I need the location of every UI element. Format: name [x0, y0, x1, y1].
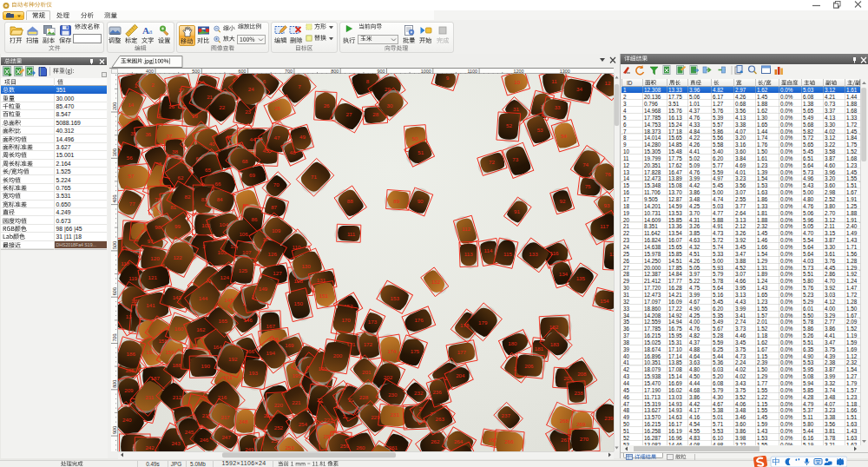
svg-text:186: 186	[127, 351, 136, 357]
svg-text:93: 93	[603, 202, 609, 208]
svg-text:33: 33	[555, 104, 561, 110]
svg-text:89: 89	[393, 198, 399, 204]
svg-text:106: 106	[239, 231, 248, 237]
svg-text:230: 230	[388, 391, 398, 398]
svg-text:44: 44	[249, 136, 255, 142]
svg-text:179: 179	[478, 319, 488, 326]
svg-text:126: 126	[268, 251, 278, 257]
svg-text:167: 167	[266, 323, 276, 329]
svg-text:62: 62	[178, 174, 184, 181]
svg-text:112: 112	[462, 226, 470, 232]
svg-text:57: 57	[128, 173, 134, 179]
svg-text:135: 135	[576, 275, 586, 281]
svg-text:25: 25	[274, 105, 280, 111]
svg-text:174: 174	[387, 348, 397, 354]
svg-text:86: 86	[251, 216, 257, 222]
svg-text:180: 180	[508, 340, 517, 346]
svg-text:119: 119	[128, 275, 137, 281]
svg-text:204: 204	[456, 372, 465, 378]
svg-text:206: 206	[524, 363, 534, 369]
svg-text:261: 261	[389, 444, 398, 451]
svg-text:111: 111	[347, 231, 356, 237]
svg-text:31: 31	[513, 106, 519, 112]
svg-text:68: 68	[242, 158, 248, 164]
svg-text:263: 263	[436, 416, 445, 422]
svg-text:248: 248	[239, 418, 248, 424]
svg-text:124: 124	[220, 274, 230, 280]
svg-text:800: 800	[331, 69, 339, 74]
svg-text:98: 98	[155, 224, 161, 230]
svg-text:268: 268	[560, 418, 569, 424]
svg-text:141: 141	[146, 302, 155, 308]
svg-text:120: 120	[150, 255, 160, 261]
svg-text:54: 54	[561, 133, 567, 139]
svg-text:247: 247	[221, 434, 231, 440]
svg-text:600: 600	[112, 287, 117, 295]
svg-text:125: 125	[239, 267, 248, 273]
svg-text:192: 192	[228, 356, 238, 362]
svg-text:236: 236	[432, 389, 442, 395]
svg-text:75: 75	[585, 183, 591, 189]
svg-text:269: 269	[576, 421, 586, 427]
svg-text:270: 270	[580, 436, 589, 442]
svg-text:74: 74	[582, 161, 589, 168]
svg-text:264: 264	[454, 438, 464, 444]
svg-text:190: 190	[201, 363, 211, 369]
svg-text:1100: 1100	[468, 69, 478, 74]
svg-text:134: 134	[559, 271, 569, 277]
svg-text:145: 145	[225, 297, 234, 303]
svg-text:700: 700	[285, 69, 293, 74]
svg-text:800: 800	[112, 380, 117, 388]
svg-text:107: 107	[242, 249, 252, 255]
svg-text:38: 38	[172, 148, 178, 155]
svg-text:99: 99	[174, 223, 181, 229]
svg-text:1000: 1000	[421, 69, 431, 74]
svg-text:1300: 1300	[560, 69, 570, 74]
svg-text:109: 109	[272, 227, 281, 234]
svg-text:1200: 1200	[513, 69, 523, 74]
svg-text:49: 49	[299, 134, 306, 140]
svg-text:253: 253	[286, 444, 295, 451]
svg-text:84: 84	[217, 196, 223, 202]
svg-text:26: 26	[324, 102, 330, 109]
svg-text:2: 2	[151, 82, 155, 88]
svg-text:238: 238	[574, 390, 583, 396]
svg-text:193: 193	[249, 370, 259, 376]
svg-text:202: 202	[384, 374, 393, 380]
svg-text:400: 400	[146, 69, 154, 74]
svg-text:173: 173	[368, 319, 378, 325]
svg-text:169: 169	[285, 342, 294, 348]
svg-text:40: 40	[209, 141, 215, 147]
svg-text:170: 170	[341, 317, 351, 323]
svg-text:175: 175	[411, 348, 420, 354]
svg-text:47: 47	[274, 135, 280, 141]
svg-text:117: 117	[600, 223, 608, 229]
svg-text:7: 7	[298, 83, 301, 89]
svg-text:200: 200	[112, 102, 117, 110]
svg-text:22: 22	[219, 104, 225, 110]
svg-text:113: 113	[464, 251, 473, 257]
svg-text:88: 88	[347, 198, 353, 204]
svg-text:12: 12	[604, 80, 610, 86]
svg-text:66: 66	[214, 181, 220, 187]
svg-text:8: 8	[366, 78, 370, 84]
svg-text:114: 114	[484, 247, 493, 253]
svg-text:151: 151	[319, 293, 329, 299]
svg-text:69: 69	[249, 172, 255, 178]
svg-text:176: 176	[414, 317, 424, 323]
svg-text:700: 700	[112, 334, 117, 342]
svg-text:500: 500	[112, 241, 117, 249]
svg-text:70: 70	[273, 181, 279, 187]
svg-text:188: 188	[172, 362, 181, 368]
svg-text:130: 130	[301, 263, 311, 269]
svg-text:73: 73	[512, 156, 518, 162]
svg-text:177: 177	[457, 349, 467, 355]
svg-text:10: 10	[514, 79, 520, 85]
svg-text:200: 200	[333, 352, 343, 358]
svg-text:53: 53	[537, 127, 543, 133]
svg-text:500: 500	[192, 69, 200, 74]
svg-text:400: 400	[112, 195, 117, 203]
svg-text:14: 14	[128, 102, 134, 108]
svg-text:194: 194	[266, 350, 276, 356]
svg-text:87: 87	[271, 204, 277, 210]
